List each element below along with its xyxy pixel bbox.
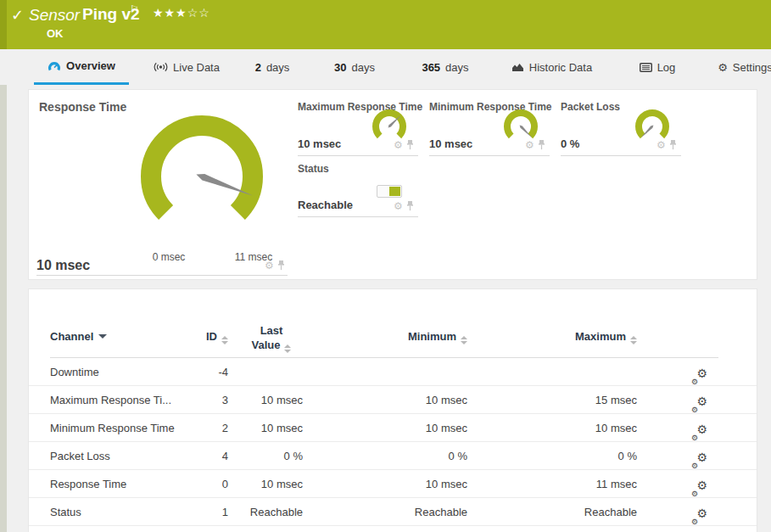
channel-settings-icon[interactable]: ⚙⚙ [690, 386, 707, 414]
gear-icon[interactable]: ⚙ [525, 140, 534, 150]
sensor-status-badge: OK [47, 27, 64, 40]
gauge-tools: ⚙ [394, 201, 414, 211]
table-row[interactable]: Maximum Response Ti...310 msec10 msec15 … [29, 386, 757, 414]
gear-icon: ⚙ [696, 444, 707, 472]
tab-overview[interactable]: Overview [34, 49, 129, 85]
column-header-channel[interactable]: Channel [50, 330, 107, 343]
tab-live-data[interactable]: Live Data [144, 49, 229, 85]
gear-icon: ⚙ [696, 388, 707, 416]
tab-label: days [445, 61, 468, 74]
table-row[interactable]: Packet Loss40 %0 %0 %⚙⚙ [29, 442, 757, 470]
gauge-tools: ⚙ [525, 140, 545, 150]
row-actions: ⚙⚙ [637, 414, 718, 442]
minimum-value: 10 msec [303, 386, 467, 414]
column-header-label: ID [206, 330, 217, 343]
minimum-value: Reachable [303, 498, 467, 526]
page-left-strip [0, 49, 7, 532]
tab-log[interactable]: Log [629, 49, 685, 85]
channel-id: 4 [203, 442, 228, 470]
divider [298, 216, 418, 217]
divider [561, 155, 681, 156]
column-header-minimum[interactable]: Minimum [351, 330, 467, 344]
gear-icon[interactable]: ⚙ [265, 260, 274, 271]
channel-settings-icon[interactable]: ⚙⚙ [690, 358, 707, 386]
last-value: 10 msec [228, 386, 303, 414]
maximum-value [467, 358, 637, 386]
column-header-last-value[interactable]: Last Value [235, 323, 308, 353]
minimum-value: 10 msec [303, 414, 467, 442]
tab-number: 2 [255, 61, 261, 74]
pin-icon[interactable] [406, 201, 414, 211]
sensor-header: ✓ Sensor Ping v2 ⚐ ★★★☆☆ OK [0, 0, 771, 49]
table-row[interactable]: Downtime-4⚙⚙ [29, 358, 757, 386]
channel-id: 1 [203, 498, 228, 526]
gear-icon: ⚙ [691, 508, 698, 532]
channel-settings-icon[interactable]: ⚙⚙ [690, 442, 707, 470]
channel-id: 2 [203, 414, 228, 442]
pin-icon[interactable] [406, 140, 414, 150]
gear-icon[interactable]: ⚙ [394, 140, 403, 150]
tab-historic-data[interactable]: Historic Data [503, 49, 601, 85]
row-actions: ⚙⚙ [637, 386, 718, 414]
table-row[interactable]: Status1ReachableReachableReachable⚙⚙ [29, 498, 757, 526]
sort-icon [284, 344, 291, 353]
column-header-label: Minimum [408, 330, 456, 343]
column-header-label: Channel [50, 330, 93, 343]
gauge-scale-min: 0 msec [143, 251, 194, 263]
flag-icon[interactable]: ⚐ [130, 3, 139, 15]
main-gauge-title: Response Time [39, 100, 126, 114]
tab-365-days[interactable]: 365 days [414, 49, 477, 85]
row-actions: ⚙⚙ [637, 358, 718, 386]
row-actions: ⚙⚙ [637, 498, 718, 526]
sort-icon [630, 336, 637, 344]
table-row[interactable]: Minimum Response Time210 msec10 msec10 m… [29, 414, 757, 442]
tab-2-days[interactable]: 2 days [249, 49, 296, 85]
channel-table-panel: Channel ID Last Value Minimum Maximum Do… [28, 288, 757, 532]
stars-filled[interactable]: ★★★ [153, 6, 187, 20]
pin-icon[interactable] [538, 140, 545, 150]
pin-icon[interactable] [277, 260, 285, 271]
gear-icon[interactable]: ⚙ [656, 140, 666, 150]
live-signal-icon [154, 62, 168, 72]
last-value: 10 msec [228, 470, 303, 498]
pin-icon[interactable] [669, 140, 677, 150]
channel-name[interactable]: Minimum Response Time [50, 414, 203, 442]
gear-icon: ⚙ [718, 61, 728, 74]
tab-number: 365 [422, 61, 440, 74]
minimum-value: 0 % [303, 442, 467, 470]
channel-settings-icon[interactable]: ⚙⚙ [690, 414, 707, 442]
tab-settings[interactable]: ⚙ Settings [709, 49, 771, 85]
channel-name[interactable]: Packet Loss [50, 442, 203, 470]
channel-settings-icon[interactable]: ⚙⚙ [690, 470, 707, 498]
ok-check-icon: ✓ [11, 6, 24, 25]
channel-name[interactable]: Maximum Response Ti... [50, 386, 203, 414]
status-toggle [377, 185, 402, 198]
status-value: Reachable [298, 199, 353, 211]
last-value: Reachable [228, 498, 303, 526]
sort-desc-icon [98, 334, 107, 339]
maximum-value: Reachable [467, 498, 637, 526]
sort-icon [461, 336, 467, 344]
sensor-kind-label: Sensor [29, 6, 80, 25]
tab-label: days [266, 61, 289, 74]
stars-empty[interactable]: ☆☆ [187, 6, 210, 20]
channel-name[interactable]: Response Time [50, 470, 203, 498]
channel-name[interactable]: Status [50, 498, 203, 526]
row-actions: ⚙⚙ [637, 442, 718, 470]
gear-icon: ⚙ [696, 360, 707, 388]
gear-icon: ⚙ [696, 500, 707, 528]
gear-icon[interactable]: ⚙ [394, 201, 403, 211]
last-value: 10 msec [228, 414, 303, 442]
channel-settings-icon[interactable]: ⚙⚙ [690, 498, 707, 526]
column-header-id[interactable]: ID [194, 330, 228, 344]
tab-30-days[interactable]: 30 days [327, 49, 382, 85]
table-row[interactable]: Response Time010 msec10 msec11 msec⚙⚙ [29, 470, 757, 498]
priority-stars[interactable]: ★★★☆☆ [153, 6, 210, 20]
tab-number: 30 [334, 61, 346, 74]
status-title: Status [298, 163, 329, 175]
column-header-maximum[interactable]: Maximum [521, 330, 637, 344]
maximum-value: 11 msec [467, 470, 637, 498]
gauge-tools: ⚙ [265, 260, 285, 271]
channel-name[interactable]: Downtime [50, 358, 203, 386]
gauge-tools: ⚙ [394, 140, 414, 150]
